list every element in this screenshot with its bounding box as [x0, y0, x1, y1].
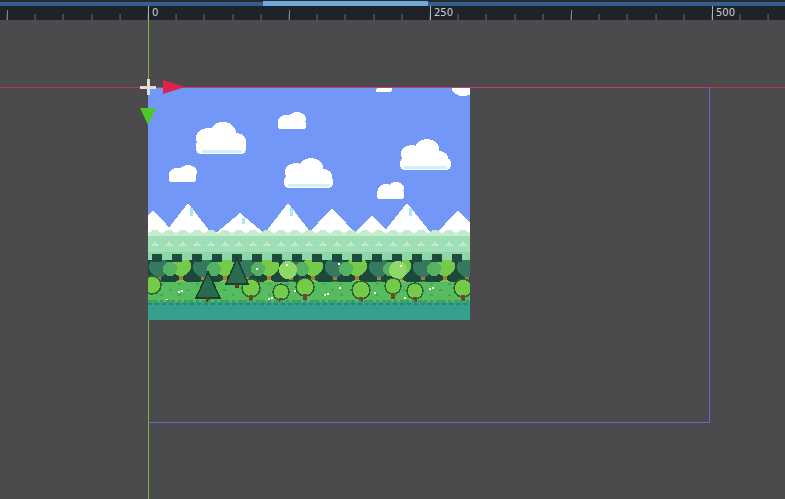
- ruler-mid-tick: [571, 10, 572, 20]
- scene-sprite-forest-background[interactable]: [148, 88, 470, 320]
- y-axis-arrow-icon: [140, 108, 156, 125]
- ruler-label-0: 0: [148, 6, 158, 20]
- ruler-mid-tick: [289, 10, 290, 20]
- sprite-water-band: [148, 301, 470, 320]
- horizontal-scrollbar-thumb[interactable]: [263, 1, 428, 6]
- horizontal-scrollbar[interactable]: [0, 0, 785, 6]
- ruler-label-250: 250: [430, 6, 453, 20]
- horizontal-ruler: 0 250 500: [0, 6, 785, 20]
- x-axis-arrow-icon: [163, 80, 185, 94]
- viewport-canvas[interactable]: [0, 0, 785, 499]
- ruler-label-500: 500: [712, 6, 735, 20]
- ruler-mid-tick: [7, 10, 8, 20]
- ruler-minor-ticks: [0, 14, 785, 20]
